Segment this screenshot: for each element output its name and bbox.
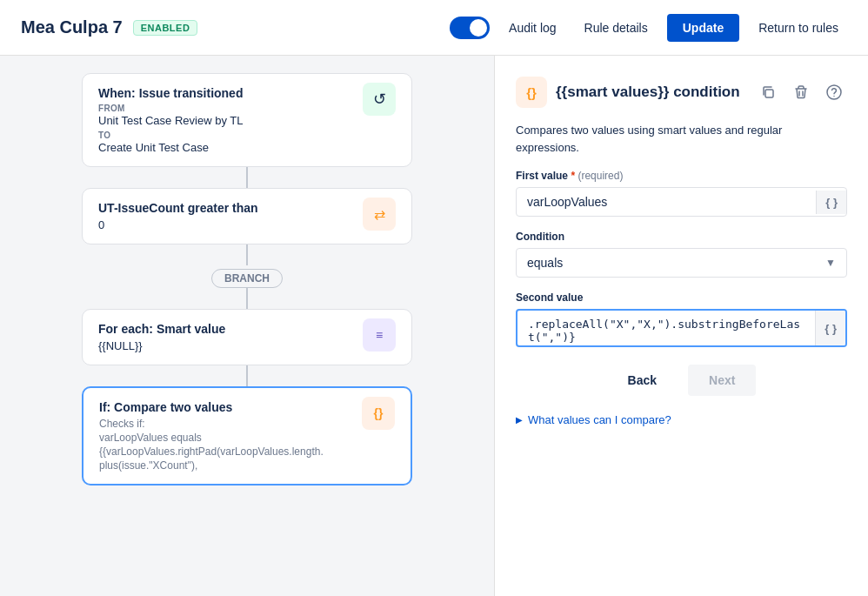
first-value-label: First value * (required) xyxy=(516,170,847,182)
panel-icon: {} xyxy=(516,77,547,108)
first-value-braces-btn[interactable]: { } xyxy=(816,191,846,214)
node-1-title: When: Issue transitioned xyxy=(98,86,396,100)
node-3-icon: ≡ xyxy=(363,318,396,352)
next-button[interactable]: Next xyxy=(688,365,756,396)
branch-label: BRANCH xyxy=(211,269,283,288)
back-button[interactable]: Back xyxy=(607,365,678,396)
enabled-badge: ENABLED xyxy=(133,20,198,36)
second-value-input-wrap: .replaceAll("X","X,").substringBeforeLas… xyxy=(516,309,847,347)
return-to-rules-link[interactable]: Return to rules xyxy=(750,16,847,40)
node-4-detail3: plus(issue."XCount"), xyxy=(99,459,395,472)
condition-label: Condition xyxy=(516,231,847,243)
panel-actions xyxy=(755,79,847,105)
toggle-control[interactable]: ✓ xyxy=(450,17,490,39)
chevron-down-icon: ▼ xyxy=(815,257,846,269)
audit-log-link[interactable]: Audit log xyxy=(500,16,564,40)
help-link[interactable]: ▶ What values can I compare? xyxy=(516,413,847,426)
svg-point-1 xyxy=(827,85,841,99)
workflow-panel: ↺ When: Issue transitioned FROM Unit Tes… xyxy=(0,56,494,596)
toggle-check-icon: ✓ xyxy=(475,21,484,33)
trash-icon xyxy=(794,85,808,99)
copy-button[interactable] xyxy=(755,79,781,105)
copy-icon xyxy=(761,85,775,99)
node-4-detail1: varLoopValues equals xyxy=(99,432,395,444)
help-button[interactable] xyxy=(821,79,847,105)
app-header: Mea Culpa 7 ENABLED ✓ Audit log Rule det… xyxy=(0,0,868,56)
connector-3 xyxy=(246,288,248,309)
rule-details-link[interactable]: Rule details xyxy=(576,16,657,40)
second-value-label: Second value xyxy=(516,291,847,304)
node-2-value: 0 xyxy=(98,218,396,231)
delete-button[interactable] xyxy=(788,79,814,105)
node-2-icon: ⇄ xyxy=(363,198,396,231)
node-4-icon: {} xyxy=(362,397,395,430)
second-value-input[interactable]: .replaceAll("X","X,").substringBeforeLas… xyxy=(517,311,815,345)
node-1-from-value: Unit Test Case Review by TL xyxy=(98,114,396,127)
node-3-value: {{NULL}} xyxy=(98,339,396,352)
condition-group: Condition equals not equals contains mat… xyxy=(516,231,847,278)
question-icon xyxy=(826,84,842,100)
workflow-node-4[interactable]: {} If: Compare two values Checks if: var… xyxy=(82,386,412,486)
toggle-switch[interactable]: ✓ xyxy=(450,17,490,39)
node-4-detail2: {{varLoopValues.rightPad(varLoopValues.l… xyxy=(99,445,395,458)
panel-header: {} {{smart values}} condition xyxy=(516,77,847,108)
first-value-input-wrap: { } xyxy=(516,187,847,217)
workflow-node-3[interactable]: ≡ For each: Smart value {{NULL}} xyxy=(82,309,412,365)
node-1-from-label: FROM xyxy=(98,104,396,113)
connector-2 xyxy=(246,244,248,265)
condition-select-wrap: equals not equals contains matches regex… xyxy=(516,248,847,278)
svg-rect-0 xyxy=(765,90,773,97)
node-4-title: If: Compare two values xyxy=(99,400,395,414)
first-value-group: First value * (required) { } xyxy=(516,170,847,217)
branch-wrap: BRANCH xyxy=(211,265,283,288)
node-1-to-label: TO xyxy=(98,131,396,140)
second-value-group: Second value .replaceAll("X","X,").subst… xyxy=(516,291,847,347)
connector-4 xyxy=(246,365,248,386)
panel-title: {{smart values}} condition xyxy=(556,84,746,101)
workflow-node-2[interactable]: ⇄ UT-IssueCount greater than 0 xyxy=(82,188,412,244)
condition-select[interactable]: equals not equals contains matches regex xyxy=(517,249,815,277)
workflow-node-1[interactable]: ↺ When: Issue transitioned FROM Unit Tes… xyxy=(82,73,412,167)
node-1-to-value: Create Unit Test Case xyxy=(98,141,396,154)
braces-icon: {} xyxy=(526,85,537,100)
page-title: Mea Culpa 7 xyxy=(21,17,123,37)
node-3-title: For each: Smart value xyxy=(98,322,396,336)
node-2-title: UT-IssueCount greater than xyxy=(98,201,396,215)
node-4-subtitle: Checks if: xyxy=(99,418,395,430)
required-text: (required) xyxy=(578,170,623,182)
update-button[interactable]: Update xyxy=(667,14,739,42)
chevron-right-icon: ▶ xyxy=(516,415,523,425)
second-value-braces-btn[interactable]: { } xyxy=(815,311,845,345)
help-link-text: What values can I compare? xyxy=(528,413,671,426)
svg-point-2 xyxy=(833,96,834,97)
first-value-input[interactable] xyxy=(517,188,816,216)
condition-panel: {} {{smart values}} condition xyxy=(494,56,868,596)
panel-footer: Back Next xyxy=(516,365,847,396)
panel-description: Compares two values using smart values a… xyxy=(516,122,847,156)
node-1-icon: ↺ xyxy=(363,83,396,116)
connector-1 xyxy=(246,167,248,188)
main-content: ↺ When: Issue transitioned FROM Unit Tes… xyxy=(0,56,868,596)
